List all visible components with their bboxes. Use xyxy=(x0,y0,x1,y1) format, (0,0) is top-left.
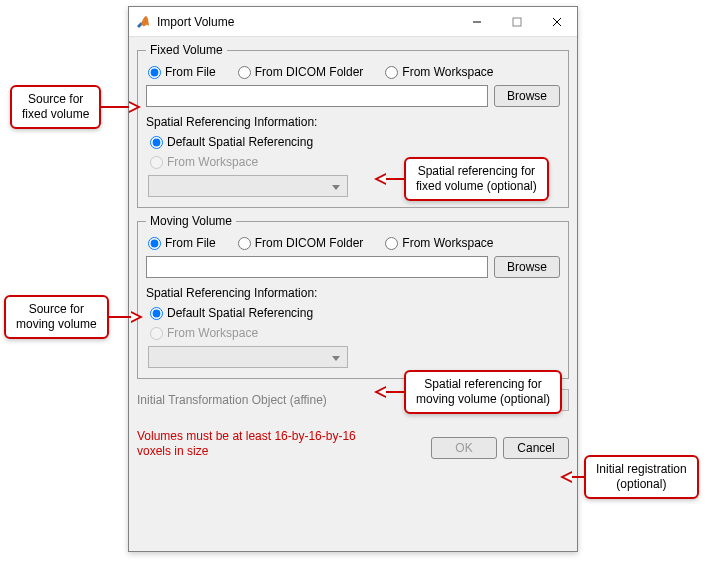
fixed-from-dicom-radio[interactable]: From DICOM Folder xyxy=(238,65,364,79)
fixed-spatial-workspace-radio: From Workspace xyxy=(150,155,258,169)
titlebar: Import Volume xyxy=(129,7,577,37)
moving-from-file-radio[interactable]: From File xyxy=(148,236,216,250)
moving-source-radios: From File From DICOM Folder From Workspa… xyxy=(148,236,560,250)
callout-moving-source: Source for moving volume xyxy=(4,295,143,339)
fixed-spatial-label: Spatial Referencing Information: xyxy=(146,115,560,129)
callout-initial-reg: Initial registration (optional) xyxy=(560,455,699,499)
window-title: Import Volume xyxy=(157,15,457,29)
fixed-file-input[interactable] xyxy=(146,85,488,107)
svg-rect-2 xyxy=(513,18,521,26)
moving-volume-legend: Moving Volume xyxy=(146,214,236,228)
close-button[interactable] xyxy=(537,7,577,37)
svg-marker-6 xyxy=(332,356,340,361)
moving-from-dicom-radio[interactable]: From DICOM Folder xyxy=(238,236,364,250)
ok-button: OK xyxy=(431,437,497,459)
fixed-spatial-combo xyxy=(148,175,348,197)
chevron-down-icon xyxy=(331,352,341,362)
fixed-from-file-radio[interactable]: From File xyxy=(148,65,216,79)
moving-spatial-combo xyxy=(148,346,348,368)
fixed-volume-legend: Fixed Volume xyxy=(146,43,227,57)
initial-transform-label: Initial Transformation Object (affine) xyxy=(137,393,409,407)
moving-browse-button[interactable]: Browse xyxy=(494,256,560,278)
moving-from-workspace-radio[interactable]: From Workspace xyxy=(385,236,493,250)
callout-fixed-spatial: Spatial referencing for fixed volume (op… xyxy=(374,157,549,201)
moving-file-input[interactable] xyxy=(146,256,488,278)
chevron-down-icon xyxy=(331,181,341,191)
svg-marker-5 xyxy=(332,185,340,190)
fixed-source-radios: From File From DICOM Folder From Workspa… xyxy=(148,65,560,79)
size-warning-text: Volumes must be at least 16-by-16-by-16 … xyxy=(137,429,367,459)
minimize-button[interactable] xyxy=(457,7,497,37)
fixed-spatial-default-radio[interactable]: Default Spatial Referencing xyxy=(150,135,313,149)
maximize-button[interactable] xyxy=(497,7,537,37)
fixed-browse-button[interactable]: Browse xyxy=(494,85,560,107)
callout-moving-spatial: Spatial referencing for moving volume (o… xyxy=(374,370,562,414)
moving-spatial-workspace-radio: From Workspace xyxy=(150,326,258,340)
matlab-icon xyxy=(135,14,151,30)
import-volume-dialog: Import Volume Fixed Volume From File Fro… xyxy=(128,6,578,552)
fixed-from-workspace-radio[interactable]: From Workspace xyxy=(385,65,493,79)
moving-spatial-label: Spatial Referencing Information: xyxy=(146,286,560,300)
callout-fixed-source: Source for fixed volume xyxy=(10,85,141,129)
moving-volume-group: Moving Volume From File From DICOM Folde… xyxy=(137,214,569,379)
moving-spatial-default-radio[interactable]: Default Spatial Referencing xyxy=(150,306,313,320)
